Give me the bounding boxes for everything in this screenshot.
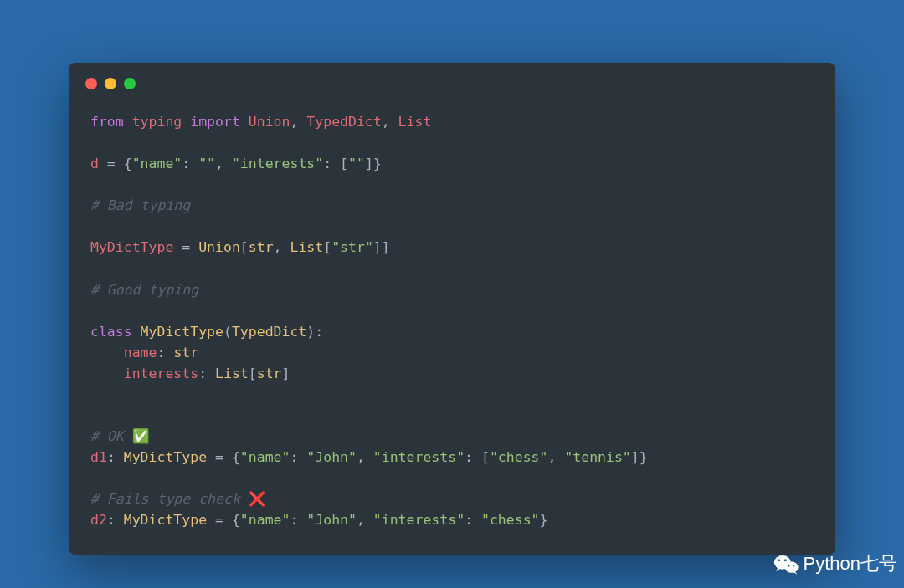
paren: ( (223, 324, 232, 340)
keyword-from: from (90, 114, 124, 130)
comma: , (357, 449, 373, 465)
attr-interests: interests (124, 366, 198, 381)
str-key: "interests" (373, 512, 465, 528)
maximize-icon[interactable] (124, 78, 136, 89)
name-typeddict: TypedDict (306, 114, 381, 130)
colon: : (182, 156, 198, 171)
str-val: "tennis" (564, 449, 630, 465)
op-eq: = { (207, 449, 240, 465)
var-d2: d2 (90, 512, 107, 528)
window-controls (69, 63, 835, 96)
close-icon[interactable] (85, 78, 97, 89)
name-union: Union (249, 114, 290, 130)
var-mydict: MyDictType (90, 239, 173, 255)
bracket: [ (323, 239, 331, 255)
op-eq: = (173, 239, 198, 255)
type-union: Union (198, 239, 240, 255)
name-list: List (398, 114, 432, 130)
type-list: List (215, 366, 249, 381)
comma: , (274, 239, 290, 255)
colon: : (107, 512, 124, 528)
brace: } (540, 512, 548, 528)
module-typing: typing (132, 114, 182, 130)
comment-ok: # OK ✅ (90, 428, 150, 444)
str-val: "chess" (490, 449, 548, 465)
comment-good: # Good typing (90, 282, 198, 298)
colon: : (157, 345, 174, 360)
str-type: "str" (331, 239, 373, 255)
punct: , (382, 114, 398, 130)
type-str: str (249, 239, 274, 255)
brace: ]} (631, 449, 648, 465)
bracket: [ (249, 366, 257, 381)
brace: ]} (365, 156, 382, 171)
keyword-class: class (90, 324, 132, 340)
code-block: from typing import Union, TypedDict, Lis… (69, 96, 835, 531)
check-emoji: ✅ (132, 428, 150, 444)
comment-fail: # Fails type check ❌ (90, 491, 266, 507)
indent (90, 366, 124, 381)
str-key: "interests" (373, 449, 465, 465)
op-eq: = { (207, 512, 240, 528)
class-name: MyDictType (141, 324, 223, 340)
watermark-text: Python七号 (804, 551, 898, 576)
type-str: str (257, 366, 282, 381)
colon: : (290, 449, 306, 465)
str-key: "name" (132, 156, 182, 171)
svg-point-5 (793, 565, 794, 566)
svg-point-2 (783, 559, 786, 561)
code-window: from typing import Union, TypedDict, Lis… (69, 63, 835, 555)
attr-name: name (124, 345, 157, 360)
type-ann: MyDictType (124, 512, 207, 528)
var-d1: d1 (90, 449, 107, 465)
type-str: str (173, 345, 198, 360)
str-val: "John" (306, 449, 357, 465)
type-ann: MyDictType (124, 449, 207, 465)
bracket: [ (240, 239, 249, 255)
minimize-icon[interactable] (105, 78, 116, 89)
cross-emoji: ❌ (249, 491, 266, 507)
colon: : (465, 512, 481, 528)
colon: : [ (323, 156, 348, 171)
bracket: ]] (373, 239, 390, 255)
svg-point-1 (778, 559, 780, 561)
paren: ): (306, 324, 323, 340)
base-class: TypedDict (232, 324, 306, 340)
colon: : (290, 512, 306, 528)
comma: , (547, 449, 564, 465)
keyword-import: import (190, 114, 240, 130)
bracket: ] (282, 366, 290, 381)
str-val: "chess" (481, 512, 540, 528)
watermark: Python七号 (773, 551, 898, 576)
op-eq: = (99, 156, 124, 171)
str-val: "" (198, 156, 215, 171)
colon: : (198, 366, 215, 381)
comma: , (215, 156, 232, 171)
str-val: "" (348, 156, 365, 171)
colon: : (107, 449, 124, 465)
str-key: "interests" (232, 156, 323, 171)
str-val: "John" (306, 512, 357, 528)
indent (90, 345, 124, 360)
svg-point-4 (788, 565, 789, 566)
comment-bad: # Bad typing (90, 197, 190, 213)
svg-point-3 (784, 562, 798, 573)
comma: , (357, 512, 373, 528)
str-key: "name" (240, 449, 290, 465)
wechat-icon (773, 553, 799, 575)
type-list: List (290, 239, 323, 255)
colon: : [ (465, 449, 490, 465)
var-d: d (90, 156, 99, 171)
str-key: "name" (240, 512, 290, 528)
brace: { (124, 156, 132, 171)
punct: , (290, 114, 306, 130)
